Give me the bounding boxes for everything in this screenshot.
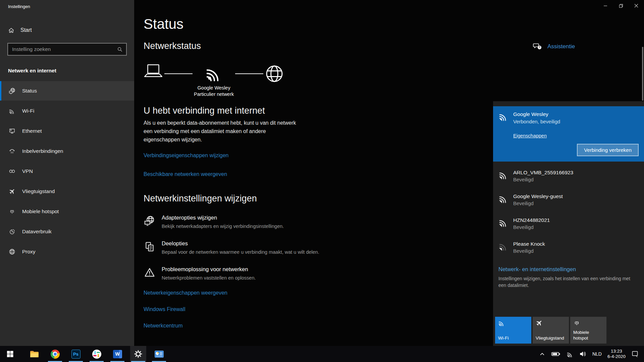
tile-label: Wi-Fi [498,335,528,341]
tile-airplane-mode[interactable]: Vliegtuigstand [533,317,569,344]
connected-body-text: Als u een beperkt data-abonnement hebt, … [144,119,301,144]
network-list-item[interactable]: Please Knock Beveiligd [493,241,644,254]
sidebar-item-start[interactable]: Start [8,25,134,35]
setting-item-sharing-options[interactable]: Deelopties Bepaal voor de netwerken waar… [144,240,331,255]
sidebar-item-label: Inbelverbindingen [22,148,63,154]
setting-item-description: Netwerkproblemen vaststellen en oplossen… [162,275,256,281]
language-indicator[interactable]: NLD [592,351,602,357]
sidebar-item-dialup[interactable]: Inbelverbindingen [0,141,134,161]
setting-item-title: Adapteropties wijzigen [162,215,284,221]
scrollbar-thumb[interactable] [642,47,643,101]
hotspot-icon [573,319,603,326]
warning-triangle-icon [144,266,156,281]
taskbar-word[interactable]: W [109,346,125,362]
tile-wifi[interactable]: Wi-Fi [495,317,531,344]
quick-action-tiles: Wi-Fi Vliegtuigstand Mobiele hotspot [495,317,644,344]
network-list-item[interactable]: HZN244882021 Beveiligd [493,217,644,230]
minimize-button[interactable] [598,0,613,11]
vpn-icon [9,168,15,175]
airplane-icon [9,188,15,195]
hotspot-icon [9,208,15,215]
sidebar-item-wifi[interactable]: Wi-Fi [0,101,134,121]
sidebar-item-mobile-hotspot[interactable]: Mobiele hotspot [0,202,134,221]
battery-charging-icon[interactable] [551,351,561,357]
adapter-globe-icon [144,215,156,230]
slack-icon [92,350,101,359]
network-status: Beveiligd [513,200,563,206]
network-status: Verbonden, beveiligd [513,119,560,124]
sidebar-item-airplane-mode[interactable]: Vliegtuigstand [0,182,134,201]
setting-item-description: Bepaal voor de netwerken waarmee u verbi… [162,249,319,255]
action-center-icon[interactable] [631,350,639,358]
taskbar-photoshop[interactable]: Ps [68,346,84,362]
speaker-icon[interactable] [579,350,587,358]
chrome-icon [51,350,60,359]
connected-network-item[interactable]: Google Wesley Verbonden, beveiligd Eigen… [493,106,644,162]
network-name: Please Knock [513,241,545,247]
tile-label: Mobiele hotspot [573,329,603,341]
taskbar-chrome[interactable] [47,346,63,362]
tile-mobile-hotspot[interactable]: Mobiele hotspot [570,317,606,344]
sidebar-item-proxy[interactable]: Proxy [0,242,134,261]
network-internet-settings-link[interactable]: Netwerk- en internetinstellingen [498,266,639,273]
assistance: ? Assistentie [533,42,575,51]
wifi-icon[interactable] [567,351,574,358]
setting-item-network-troubleshooter[interactable]: Probleemoplossing voor netwerken Netwerk… [144,266,331,281]
link-available-networks[interactable]: Beschikbare netwerken weergeven [144,171,227,177]
svg-text:?: ? [539,46,540,49]
start-button[interactable] [2,346,18,362]
sidebar-item-status[interactable]: Status [0,81,134,101]
link-connection-properties[interactable]: Verbindingseigenschappen wijzigen [144,153,229,159]
help-chat-icon: ? [533,42,543,51]
sidebar-item-ethernet[interactable]: Ethernet [0,121,134,141]
disconnect-button[interactable]: Verbinding verbreken [577,144,639,156]
chevron-up-icon[interactable] [539,351,545,357]
wifi-weak-signal-icon [498,241,508,254]
globe-monitor-icon [9,87,15,95]
taskbar-slack[interactable] [89,346,105,362]
window-title: Instellingen [8,4,30,9]
photoshop-icon: Ps [71,350,80,359]
close-button[interactable] [629,0,644,11]
network-diagram: Google Wesley Particulier netwerk [144,64,644,98]
search-icon[interactable] [117,47,123,52]
diagram-connector-line [164,73,193,74]
assistance-link[interactable]: Assistentie [547,43,575,50]
clock[interactable]: 13:23 6-4-2020 [607,349,626,359]
search-input[interactable] [12,46,117,52]
settings-search [7,43,127,56]
wifi-icon [9,108,15,114]
wifi-icon [498,217,508,230]
tray-time: 13:23 [607,349,626,354]
settings-link-description: Instellingen wijzigen, zoals het instell… [498,275,639,289]
setting-item-adapter-options[interactable]: Adapteropties wijzigen Bekijk netwerkada… [144,215,331,230]
properties-link[interactable]: Eigenschappen [513,133,639,138]
folder-icon [30,350,39,358]
tray-date: 6-4-2020 [607,354,626,359]
restore-button[interactable] [613,0,629,11]
sidebar: Instellingen Start Netwerk en internet [0,0,134,346]
sidebar-item-label: Proxy [22,249,36,255]
sidebar-nav: Status Wi-Fi Ethernet Inbelverbindi [0,81,134,261]
sidebar-item-label: Ethernet [22,128,42,134]
sidebar-item-label: VPN [22,168,33,174]
network-list-item[interactable]: Google Wesley-guest Beveiligd [493,193,644,206]
page-title: Status [144,17,644,32]
sidebar-item-vpn[interactable]: VPN [0,162,134,181]
window-controls [598,0,644,11]
wifi-icon [498,111,508,124]
sidebar-item-data-usage[interactable]: Dataverbruik [0,222,134,241]
network-status: Beveiligd [513,177,573,182]
wifi-flyout-panel: Google Wesley Verbonden, beveiligd Eigen… [493,101,644,346]
taskbar-file-explorer[interactable] [26,346,42,362]
sidebar-item-label: Wi-Fi [22,108,34,114]
taskbar-settings[interactable] [130,346,146,362]
network-status: Beveiligd [513,248,545,254]
gear-icon [134,350,143,358]
wifi-icon [205,64,223,82]
available-networks-list: ARLO_VMB_2559166923 Beveiligd Google Wes… [493,170,644,265]
sharing-pages-icon [144,240,156,255]
network-name: HZN244882021 [513,217,550,223]
taskbar-system-monitor[interactable] [151,346,167,362]
network-list-item[interactable]: ARLO_VMB_2559166923 Beveiligd [493,170,644,182]
